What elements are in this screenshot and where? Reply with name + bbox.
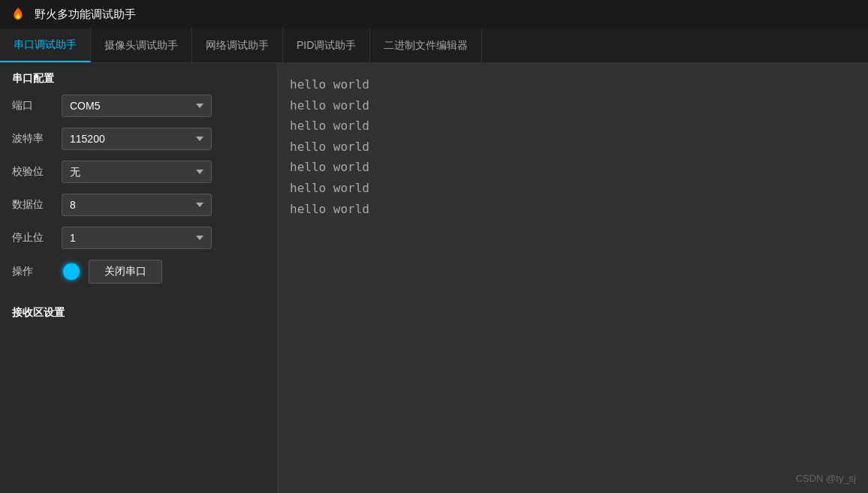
status-indicator (63, 263, 80, 280)
output-line: hello world (290, 116, 856, 136)
output-line: hello world (290, 96, 856, 116)
data-bits-select[interactable]: 8 5 6 7 (62, 194, 212, 216)
stop-bits-label: 停止位 (12, 231, 54, 245)
data-bits-row: 数据位 8 5 6 7 (12, 194, 265, 216)
tab-serial[interactable]: 串口调试助手 (0, 29, 91, 62)
receive-section-title: 接收区设置 (12, 306, 265, 320)
baud-label: 波特率 (12, 132, 54, 146)
operation-label: 操作 (12, 265, 54, 278)
left-panel: 串口配置 端口 COM5 COM1 COM2 COM3 COM4 COM6 波特… (0, 63, 278, 493)
port-row: 端口 COM5 COM1 COM2 COM3 COM4 COM6 (12, 95, 265, 117)
nav-bar: 串口调试助手 摄像头调试助手 网络调试助手 PID调试助手 二进制文件编辑器 (0, 29, 868, 63)
output-area: hello worldhello worldhello worldhello w… (290, 75, 856, 218)
port-select[interactable]: COM5 COM1 COM2 COM3 COM4 COM6 (62, 95, 212, 117)
watermark: CSDN @ty_sj (796, 473, 856, 484)
output-line: hello world (290, 137, 856, 157)
close-port-button[interactable]: 关闭串口 (89, 260, 162, 284)
parity-select[interactable]: 无 奇校验 偶校验 (62, 161, 212, 183)
tab-camera[interactable]: 摄像头调试助手 (91, 29, 192, 62)
stop-bits-row: 停止位 1 1.5 2 (12, 227, 265, 249)
output-line: hello world (290, 179, 856, 198)
port-label: 端口 (12, 99, 54, 113)
title-bar: 野火多功能调试助手 (0, 0, 868, 29)
svg-point-0 (17, 15, 20, 18)
main-layout: 串口配置 端口 COM5 COM1 COM2 COM3 COM4 COM6 波特… (0, 63, 868, 493)
output-panel: hello worldhello worldhello worldhello w… (278, 63, 868, 493)
stop-bits-select[interactable]: 1 1.5 2 (62, 227, 212, 249)
app-title: 野火多功能调试助手 (35, 8, 136, 22)
flame-icon (9, 5, 27, 23)
data-bits-label: 数据位 (12, 198, 54, 212)
tab-network[interactable]: 网络调试助手 (192, 29, 283, 62)
baud-select[interactable]: 115200 9600 19200 38400 57600 230400 (62, 128, 212, 150)
parity-row: 校验位 无 奇校验 偶校验 (12, 161, 265, 183)
serial-config-title: 串口配置 (12, 72, 265, 86)
output-line: hello world (290, 200, 856, 219)
tab-pid[interactable]: PID调试助手 (283, 29, 370, 62)
output-line: hello world (290, 158, 856, 177)
output-line: hello world (290, 75, 856, 95)
baud-row: 波特率 115200 9600 19200 38400 57600 230400 (12, 128, 265, 150)
tab-binary[interactable]: 二进制文件编辑器 (370, 29, 482, 62)
parity-label: 校验位 (12, 165, 54, 179)
operation-row: 操作 关闭串口 (12, 260, 265, 284)
